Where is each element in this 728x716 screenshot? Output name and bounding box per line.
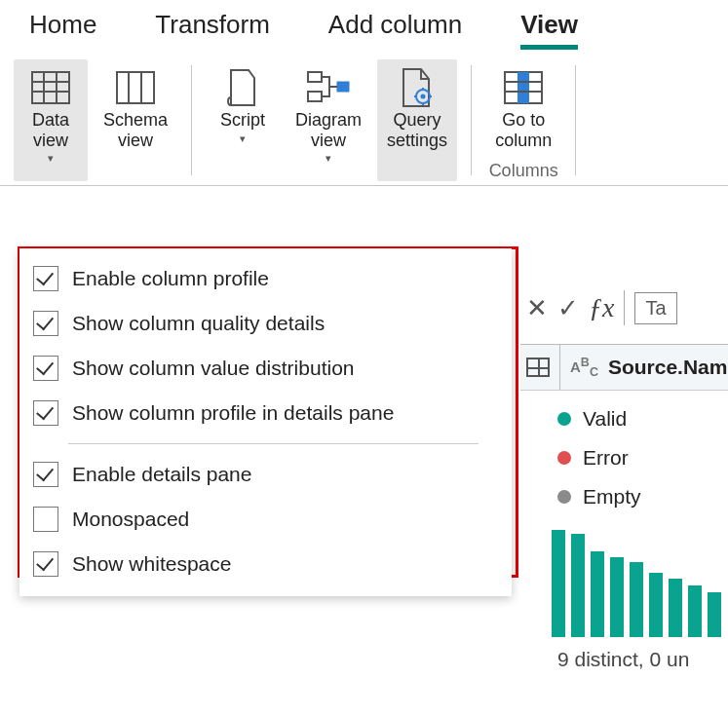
opt-label: Enable column profile <box>72 267 269 290</box>
tab-view[interactable]: View <box>520 10 578 46</box>
dropdown-separator <box>68 443 479 444</box>
query-settings-button[interactable]: Query settings <box>377 59 457 181</box>
opt-label: Show column value distribution <box>72 357 355 380</box>
distribution-bar <box>571 534 585 637</box>
opt-label: Enable details pane <box>72 463 251 486</box>
diagram-view-button[interactable]: Diagram view▾ <box>286 59 371 181</box>
script-label: Script <box>220 110 265 131</box>
svg-rect-10 <box>337 82 349 92</box>
opt-label: Show column profile in details pane <box>72 401 394 425</box>
data-view-button[interactable]: Data view▾ <box>14 59 88 181</box>
query-settings-label: Query settings <box>387 110 447 153</box>
script-button[interactable]: Script▾ <box>206 59 280 181</box>
script-icon <box>227 65 258 110</box>
checkbox-icon <box>33 400 58 426</box>
column-type-icon: ABC <box>570 356 598 379</box>
data-view-dropdown: Enable column profile Show column qualit… <box>19 248 512 596</box>
checkbox-icon <box>33 507 58 532</box>
distribution-bar <box>591 551 604 637</box>
opt-show-value-distribution[interactable]: Show column value distribution <box>29 346 502 391</box>
svg-point-12 <box>421 94 426 99</box>
ribbon-separator <box>575 65 576 175</box>
tab-transform[interactable]: Transform <box>155 10 270 46</box>
empty-dot-icon <box>557 490 571 504</box>
goto-column-icon <box>504 65 543 110</box>
distribution-summary: 9 distinct, 0 un <box>557 648 689 671</box>
checkbox-icon <box>33 462 58 487</box>
svg-rect-18 <box>517 72 529 103</box>
formula-token[interactable]: Ta <box>634 292 676 324</box>
opt-label: Monospaced <box>72 508 189 531</box>
columns-icon <box>116 65 155 110</box>
value-distribution-chart <box>552 530 721 637</box>
ribbon-separator <box>191 65 192 175</box>
ribbon-view: Data view▾ Schema view Script▾ Diagram v… <box>0 52 728 185</box>
checkbox-icon <box>33 266 58 291</box>
distribution-bar <box>649 573 663 637</box>
svg-rect-9 <box>308 92 322 101</box>
svg-rect-5 <box>117 72 154 103</box>
schema-view-label: Schema view <box>103 110 168 153</box>
fx-icon[interactable]: ƒx <box>589 292 614 323</box>
chevron-down-icon: ▾ <box>220 132 265 145</box>
tab-home[interactable]: Home <box>29 10 96 46</box>
goto-column-label: Go to column <box>495 110 552 153</box>
column-name: Source.Nam <box>608 356 728 379</box>
table-icon <box>31 65 70 110</box>
column-header[interactable]: ABC Source.Nam <box>520 344 728 391</box>
opt-show-whitespace[interactable]: Show whitespace <box>29 542 502 586</box>
svg-rect-8 <box>308 72 322 82</box>
opt-label: Show column quality details <box>72 312 325 335</box>
formula-input[interactable] <box>624 290 625 325</box>
valid-dot-icon <box>557 412 571 426</box>
opt-enable-details-pane[interactable]: Enable details pane <box>29 452 502 497</box>
chevron-down-icon: ▾ <box>32 152 69 165</box>
opt-monospaced[interactable]: Monospaced <box>29 497 502 542</box>
ribbon-separator <box>471 65 472 175</box>
distribution-bar <box>630 562 643 637</box>
table-select-icon[interactable] <box>526 358 550 377</box>
valid-label: Valid <box>583 399 627 438</box>
opt-show-profile-in-pane[interactable]: Show column profile in details pane <box>29 391 502 435</box>
distribution-bar <box>688 585 702 637</box>
distribution-bar <box>610 557 624 638</box>
document-gear-icon <box>400 65 435 110</box>
accept-icon[interactable]: ✓ <box>557 293 579 323</box>
empty-label: Empty <box>583 477 641 516</box>
error-label: Error <box>583 438 629 477</box>
schema-view-button[interactable]: Schema view <box>94 59 177 181</box>
distribution-bar <box>669 579 682 638</box>
checkbox-icon <box>33 356 58 381</box>
diagram-view-label: Diagram view <box>295 110 362 150</box>
diagram-icon <box>306 65 351 110</box>
columns-group-caption: Columns <box>485 157 561 181</box>
svg-rect-0 <box>32 72 69 103</box>
distribution-bar <box>708 592 721 637</box>
goto-column-button[interactable]: Go to column <box>485 59 561 157</box>
chevron-down-icon: ▾ <box>295 152 362 165</box>
formula-bar: ✕ ✓ ƒx Ta <box>526 290 677 325</box>
error-dot-icon <box>557 451 571 465</box>
opt-show-quality-details[interactable]: Show column quality details <box>29 301 502 346</box>
checkbox-icon <box>33 311 58 336</box>
opt-label: Show whitespace <box>72 552 231 576</box>
data-view-label: Data view <box>32 110 69 150</box>
cancel-icon[interactable]: ✕ <box>526 293 548 323</box>
tab-add-column[interactable]: Add column <box>328 10 462 46</box>
distribution-bar <box>552 530 565 637</box>
opt-enable-column-profile[interactable]: Enable column profile <box>29 256 502 301</box>
column-quality-summary: Valid Error Empty <box>557 399 641 516</box>
checkbox-icon <box>33 551 58 577</box>
